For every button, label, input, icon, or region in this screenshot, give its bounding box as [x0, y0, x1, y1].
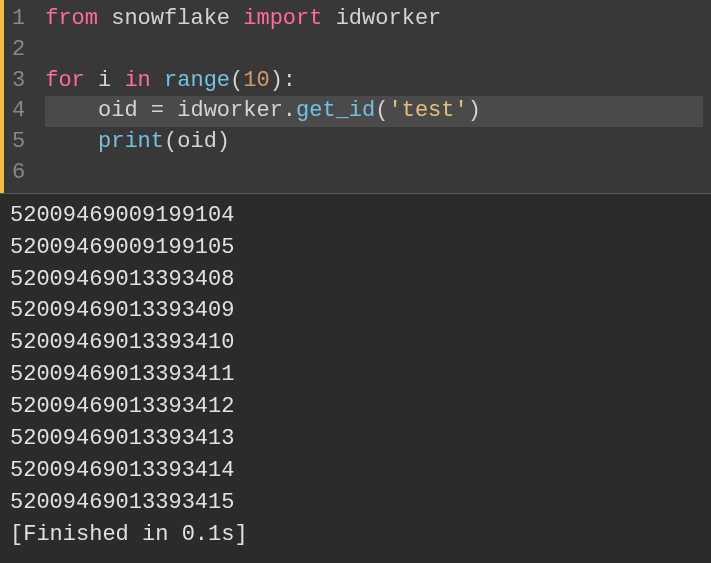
code-token: idworker [336, 6, 442, 31]
code-token: = [151, 98, 177, 123]
line-number: 3 [12, 66, 25, 97]
output-line: 52009469013393414 [10, 455, 701, 487]
output-line: [Finished in 0.1s] [10, 519, 701, 551]
code-token: ( [375, 98, 388, 123]
output-line: 52009469013393415 [10, 487, 701, 519]
output-panel: 5200946900919910452009469009199105520094… [0, 193, 711, 557]
code-token: snowflake [111, 6, 243, 31]
code-token: 10 [243, 68, 269, 93]
output-line: 52009469013393409 [10, 295, 701, 327]
code-line[interactable] [45, 158, 703, 189]
output-line: 52009469009199104 [10, 200, 701, 232]
code-token: i [98, 68, 124, 93]
code-token: ): [270, 68, 296, 93]
code-line[interactable]: print(oid) [45, 127, 703, 158]
code-token [45, 129, 98, 154]
output-line: 52009469013393412 [10, 391, 701, 423]
code-token: print [98, 129, 164, 154]
code-token: ( [230, 68, 243, 93]
code-token: ) [468, 98, 481, 123]
line-number: 4 [12, 96, 25, 127]
output-line: 52009469013393411 [10, 359, 701, 391]
code-token: ) [217, 129, 230, 154]
code-token: . [283, 98, 296, 123]
code-token: ( [164, 129, 177, 154]
code-line[interactable]: oid = idworker.get_id('test') [45, 96, 703, 127]
output-line: 52009469013393408 [10, 264, 701, 296]
line-number: 5 [12, 127, 25, 158]
code-line[interactable]: from snowflake import idworker [45, 4, 703, 35]
output-line: 52009469013393413 [10, 423, 701, 455]
code-token: get_id [296, 98, 375, 123]
line-number-gutter: 123456 [4, 0, 37, 193]
output-line: 52009469009199105 [10, 232, 701, 264]
output-line: 52009469013393410 [10, 327, 701, 359]
code-token: 'test' [388, 98, 467, 123]
code-token: idworker [177, 98, 283, 123]
code-line[interactable]: for i in range(10): [45, 66, 703, 97]
code-token: import [243, 6, 335, 31]
code-token: range [164, 68, 230, 93]
code-token: from [45, 6, 111, 31]
line-number: 6 [12, 158, 25, 189]
code-area[interactable]: from snowflake import idworkerfor i in r… [37, 0, 711, 193]
code-token: oid [45, 98, 151, 123]
code-token: in [124, 68, 164, 93]
code-line[interactable] [45, 35, 703, 66]
code-token: oid [177, 129, 217, 154]
code-token: for [45, 68, 98, 93]
line-number: 2 [12, 35, 25, 66]
code-editor[interactable]: 123456 from snowflake import idworkerfor… [0, 0, 711, 193]
line-number: 1 [12, 4, 25, 35]
